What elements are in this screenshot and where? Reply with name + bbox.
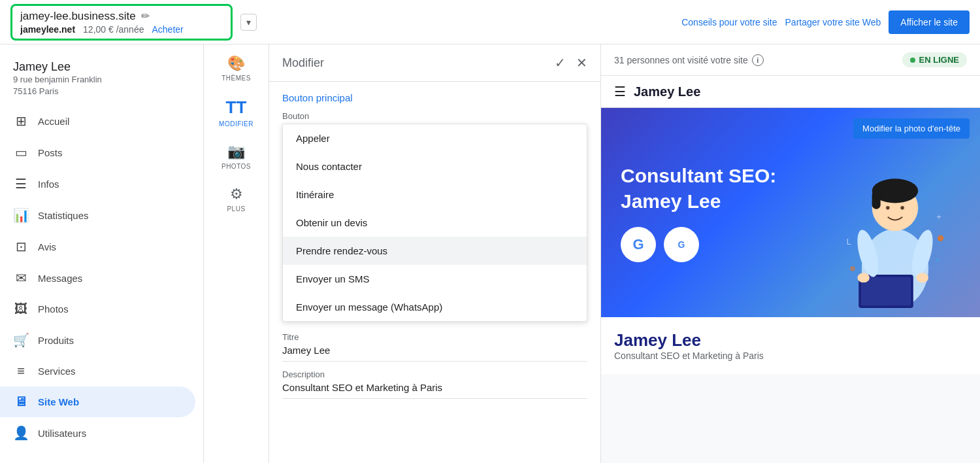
conseils-link[interactable]: Conseils pour votre site [681,17,777,27]
svg-point-4 [886,206,890,210]
domain-secondary-name: jameylee.net [20,24,75,35]
bouton-principal-label: Bouton principal [282,92,587,103]
bouton-label: Bouton [282,111,587,121]
sidebar-item-produits[interactable]: 🛒 Produits [0,324,195,356]
svg-point-12 [938,235,943,241]
dropdown-item-envoyer-sms[interactable]: Envoyer un SMS [283,265,587,293]
domain-box: jamey-lee.business.site ✏ jameylee.net 1… [10,4,233,41]
dropdown-menu: Appeler Nous contacter Itinéraire Obteni… [282,124,587,322]
info-icon[interactable]: i [752,54,764,66]
titre-label: Titre [282,332,587,342]
domain-buy-link[interactable]: Acheter [152,24,183,35]
description-label: Description [282,369,587,379]
sidebar-item-infos[interactable]: ☰ Infos [0,168,195,199]
titre-section: Titre Jamey Lee [269,332,600,369]
domain-dropdown-button[interactable]: ▾ [240,14,257,31]
modifier-toolbar-item[interactable]: TT MODIFIER [219,97,253,128]
online-dot [910,58,915,63]
svg-text:L: L [847,237,851,247]
sidebar-item-posts[interactable]: ▭ Posts [0,137,195,168]
sidebar-item-photos[interactable]: 🖼 Photos [0,294,195,324]
sidebar-item-utilisateurs[interactable]: 👤 Utilisateurs [0,417,195,449]
edit-domain-icon[interactable]: ✏ [141,10,150,22]
titre-value: Jamey Lee [282,345,587,362]
description-section: Description Consultant SEO et Marketing … [269,369,600,407]
dropdown-item-whatsapp[interactable]: Envoyer un message (WhatsApp) [283,293,587,321]
svg-point-15 [850,266,855,271]
hamburger-icon[interactable]: ☰ [614,84,626,99]
photos-toolbar-item[interactable]: 📷 PHOTOS [221,143,251,170]
svg-point-11 [917,273,929,283]
domain-secondary: jameylee.net 12,00 € /année Acheter [20,24,223,35]
domain-price: 12,00 € /année [83,24,144,35]
site-web-icon: 🖥 [13,394,29,409]
stats-icon: 📊 [13,207,29,223]
plus-icon: ⚙ [230,186,243,203]
avis-icon: ⊡ [13,239,29,254]
preview-footer: Jamey Lee Consultant SEO et Marketing à … [601,317,980,374]
partager-link[interactable]: Partager votre site Web [785,17,881,27]
modifier-header: Modifier ✓ ✕ [269,44,600,82]
bouton-principal-section: Bouton principal Bouton Appeler Nous con… [269,82,600,332]
modifier-panel: Modifier ✓ ✕ Bouton principal Bouton App… [269,44,601,463]
themes-toolbar-item[interactable]: 🎨 THÈMES [221,55,251,82]
top-bar: jamey-lee.business.site ✏ jameylee.net 1… [0,0,980,44]
photos-toolbar-icon: 📷 [227,143,245,160]
google-business-logo: G [664,227,699,262]
center-content: 🎨 THÈMES TT MODIFIER 📷 PHOTOS ⚙ PLUS Mod… [204,44,980,463]
sidebar-item-messages[interactable]: ✉ Messages [0,262,195,294]
infos-icon: ☰ [13,176,29,192]
svg-point-10 [857,273,870,283]
main-layout: Jamey Lee 9 rue benjamin Franklin 75116 … [0,44,980,463]
afficher-site-button[interactable]: Afficher le site [889,10,970,34]
domain-primary-text: jamey-lee.business.site [20,10,136,23]
messages-icon: ✉ [13,270,29,286]
preview-footer-sub: Consultant SEO et Marketing à Paris [614,351,967,361]
dropdown-item-prendre-rdv[interactable]: Prendre rendez-vous [283,237,587,265]
sidebar-item-services[interactable]: ≡ Services [0,356,195,386]
sidebar-nav: ⊞ Accueil ▭ Posts ☰ Infos 📊 Statistiques… [0,105,203,449]
dropdown-item-itineraire[interactable]: Itinéraire [283,180,587,209]
user-address: 9 rue benjamin Franklin 75116 Paris [13,74,190,97]
hero-title: Consultant SEO:Jamey Lee [621,163,776,214]
utilisateurs-icon: 👤 [13,425,29,441]
plus-toolbar-item[interactable]: ⚙ PLUS [227,186,245,213]
modifier-title: Modifier [282,56,324,70]
bouton-dropdown: Appeler Nous contacter Itinéraire Obteni… [282,124,587,322]
grid-icon: ⊞ [13,113,29,129]
dropdown-item-obtenir-devis[interactable]: Obtenir un devis [283,209,587,237]
stats-text: 31 personnes ont visité votre site i [614,54,764,66]
confirm-button[interactable]: ✓ [555,55,566,71]
site-preview: 31 personnes ont visité votre site i EN … [601,44,980,463]
preview-hero: Modifier la photo d'en-tête Consultant S… [601,108,980,317]
preview-stats-bar: 31 personnes ont visité votre site i EN … [601,44,980,76]
svg-text:+: + [936,212,941,222]
en-ligne-badge: EN LIGNE [902,52,967,67]
photos-nav-icon: 🖼 [13,301,29,317]
sidebar-item-accueil[interactable]: ⊞ Accueil [0,105,195,137]
svg-point-5 [900,206,904,210]
modifier-icon: TT [226,97,247,118]
preview-site-header: ☰ Jamey Lee [601,76,980,108]
svg-text:›: › [936,256,939,264]
sidebar: Jamey Lee 9 rue benjamin Franklin 75116 … [0,44,204,463]
user-name: Jamey Lee [13,60,190,74]
preview-site-name: Jamey Lee [634,84,700,99]
dropdown-item-nous-contacter[interactable]: Nous contacter [283,152,587,180]
sidebar-item-site-web[interactable]: 🖥 Site Web [0,386,195,417]
domain-primary: jamey-lee.business.site ✏ [20,10,223,23]
user-info: Jamey Lee 9 rue benjamin Franklin 75116 … [0,50,203,105]
preview-footer-name: Jamey Lee [614,330,967,351]
hero-text: Consultant SEO:Jamey Lee G G [621,163,776,262]
produits-icon: 🛒 [13,332,29,348]
description-value: Consultant SEO et Marketing à Paris [282,382,587,399]
dropdown-item-appeler[interactable]: Appeler [283,124,587,152]
sidebar-item-statistiques[interactable]: 📊 Statistiques [0,199,195,231]
sidebar-item-avis[interactable]: ⊡ Avis [0,231,195,262]
editor-toolbar: 🎨 THÈMES TT MODIFIER 📷 PHOTOS ⚙ PLUS [204,44,269,463]
close-button[interactable]: ✕ [576,55,587,71]
hero-logos: G G [621,227,776,262]
google-logo: G [621,227,656,262]
hero-illustration: + L › [823,134,967,317]
services-icon: ≡ [13,364,29,379]
